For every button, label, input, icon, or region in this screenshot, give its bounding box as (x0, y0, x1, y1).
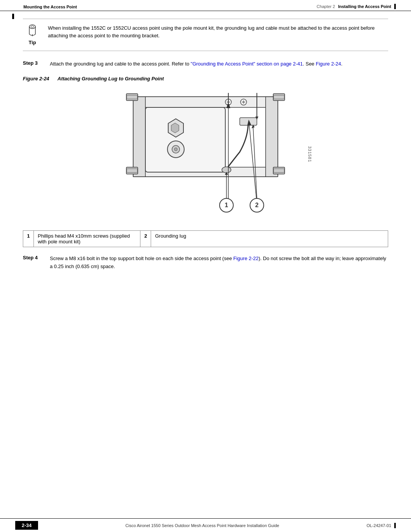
step-3-content: Attach the grounding lug and cable to th… (50, 60, 388, 68)
figure-container: 1 2 331581 (23, 85, 388, 224)
footer-bar (394, 523, 396, 528)
part-desc-2: Grounding lug (151, 230, 388, 247)
main-content: Tip When installing the 1552C or 1552CU … (0, 11, 411, 286)
step-4-text-before: Screw a M8 x16 bolt in the top support b… (50, 256, 233, 261)
svg-rect-9 (266, 97, 278, 177)
step-3-text-after: . (341, 61, 342, 67)
svg-text:2: 2 (255, 202, 259, 208)
svg-rect-12 (273, 94, 285, 101)
page-footer: 2-34 Cisco Aironet 1550 Series Outdoor M… (0, 518, 411, 532)
part-num-2: 2 (140, 230, 151, 247)
tip-icon-col: Tip (23, 24, 42, 45)
svg-rect-10 (126, 94, 138, 101)
sidebar-bar (12, 14, 14, 19)
svg-point-23 (174, 148, 177, 151)
step-4-block: Step 4 Screw a M8 x16 bolt in the top su… (23, 255, 388, 271)
step-3-text-before: Attach the grounding lug and cable to th… (50, 61, 191, 67)
step-4-label: Step 4 (23, 255, 44, 271)
svg-rect-16 (273, 167, 285, 174)
part-desc-1: Phillips head M4 x10mm screws (supplied … (34, 230, 140, 247)
header-title: Installing the Access Point (338, 4, 391, 9)
svg-text:1: 1 (225, 202, 228, 208)
figure-svg: 1 2 (110, 85, 301, 222)
tip-text: When installing the 1552C or 1552CU acce… (48, 24, 388, 39)
step-3-label: Step 3 (23, 60, 44, 68)
step-3-text-middle: . See (303, 61, 316, 67)
svg-rect-14 (126, 167, 138, 174)
step-3-block: Step 3 Attach the grounding lug and cabl… (23, 60, 388, 68)
footer-center-text: Cisco Aironet 1550 Series Outdoor Mesh A… (38, 523, 366, 528)
parts-table: 1 Phillips head M4 x10mm screws (supplie… (23, 230, 388, 247)
footer-right: OL-24247-01 (366, 523, 396, 528)
step-4-link[interactable]: Figure 2-22 (233, 256, 258, 261)
svg-rect-18 (145, 107, 225, 172)
header-bar (394, 4, 396, 9)
figure-number: Figure 2-24 (23, 76, 49, 81)
svg-rect-8 (133, 97, 145, 177)
part-num-1: 1 (23, 230, 34, 247)
section-title: Mounting the Access Point (15, 5, 77, 9)
figure-caption: Figure 2-24 Attaching Grounding Lug to G… (23, 76, 388, 81)
svg-rect-6 (133, 97, 278, 107)
figure-title: Attaching Grounding Lug to Grounding Poi… (57, 76, 164, 81)
tip-label: Tip (29, 40, 36, 45)
svg-marker-20 (171, 123, 179, 133)
step-4-content: Screw a M8 x16 bolt in the top support b… (50, 255, 388, 271)
footer-doc-id: OL-24247-01 (366, 523, 391, 528)
tip-block: Tip When installing the 1552C or 1552CU … (23, 19, 388, 51)
tip-icon (27, 24, 38, 39)
figure-id-label: 331581 (307, 146, 312, 163)
chapter-header: Chapter 2 Installing the Access Point (317, 4, 396, 9)
svg-rect-30 (240, 118, 257, 125)
page-header: Mounting the Access Point Chapter 2 Inst… (0, 0, 411, 11)
chapter-label: Chapter 2 (317, 4, 335, 9)
svg-point-4 (31, 26, 34, 28)
footer-page-number: 2-34 (15, 521, 38, 530)
step-3-link2[interactable]: Figure 2-24 (316, 61, 341, 67)
step-3-link1[interactable]: "Grounding the Access Point" section on … (191, 61, 303, 67)
svg-point-0 (29, 25, 35, 29)
parts-table-row: 1 Phillips head M4 x10mm screws (supplie… (23, 230, 388, 247)
figure-svg-wrap: 1 2 331581 (110, 85, 301, 224)
